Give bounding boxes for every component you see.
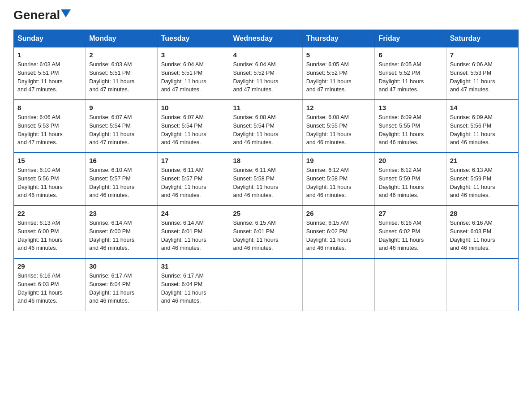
day-number: 8 bbox=[17, 104, 82, 111]
calendar-day-cell: 14 Sunrise: 6:09 AM Sunset: 5:56 PM Dayl… bbox=[446, 100, 518, 153]
day-info: Sunrise: 6:11 AM Sunset: 5:57 PM Dayligh… bbox=[161, 166, 226, 200]
day-info: Sunrise: 6:05 AM Sunset: 5:52 PM Dayligh… bbox=[306, 60, 371, 94]
calendar-day-cell: 20 Sunrise: 6:12 AM Sunset: 5:59 PM Dayl… bbox=[375, 153, 446, 206]
calendar-day-cell: 22 Sunrise: 6:13 AM Sunset: 6:00 PM Dayl… bbox=[14, 206, 86, 258]
day-info: Sunrise: 6:08 AM Sunset: 5:55 PM Dayligh… bbox=[306, 113, 371, 147]
day-number: 2 bbox=[89, 51, 153, 59]
col-header-friday: Friday bbox=[375, 30, 446, 47]
day-number: 3 bbox=[161, 51, 226, 59]
day-info: Sunrise: 6:16 AM Sunset: 6:02 PM Dayligh… bbox=[378, 219, 442, 253]
day-info: Sunrise: 6:04 AM Sunset: 5:51 PM Dayligh… bbox=[161, 60, 226, 94]
calendar-day-cell: 5 Sunrise: 6:05 AM Sunset: 5:52 PM Dayli… bbox=[302, 47, 375, 100]
day-number: 9 bbox=[89, 104, 153, 111]
day-number: 5 bbox=[306, 51, 371, 59]
day-info: Sunrise: 6:06 AM Sunset: 5:53 PM Dayligh… bbox=[450, 60, 515, 94]
day-info: Sunrise: 6:12 AM Sunset: 5:59 PM Dayligh… bbox=[378, 166, 442, 200]
day-number: 12 bbox=[306, 104, 371, 111]
day-info: Sunrise: 6:14 AM Sunset: 6:00 PM Dayligh… bbox=[89, 219, 153, 253]
day-number: 16 bbox=[89, 157, 153, 164]
day-info: Sunrise: 6:14 AM Sunset: 6:01 PM Dayligh… bbox=[161, 219, 226, 253]
day-number: 29 bbox=[17, 262, 82, 270]
day-info: Sunrise: 6:12 AM Sunset: 5:58 PM Dayligh… bbox=[306, 166, 371, 200]
calendar-day-cell: 3 Sunrise: 6:04 AM Sunset: 5:51 PM Dayli… bbox=[157, 47, 229, 100]
calendar-day-cell bbox=[229, 258, 302, 311]
calendar-day-cell: 27 Sunrise: 6:16 AM Sunset: 6:02 PM Dayl… bbox=[375, 206, 446, 258]
calendar-day-cell: 30 Sunrise: 6:17 AM Sunset: 6:04 PM Dayl… bbox=[86, 258, 157, 311]
logo: General bbox=[13, 9, 71, 21]
calendar-day-cell: 28 Sunrise: 6:16 AM Sunset: 6:03 PM Dayl… bbox=[446, 206, 518, 258]
day-number: 11 bbox=[233, 104, 298, 111]
col-header-thursday: Thursday bbox=[302, 30, 375, 47]
calendar-day-cell: 17 Sunrise: 6:11 AM Sunset: 5:57 PM Dayl… bbox=[157, 153, 229, 206]
logo-text-general: General bbox=[13, 9, 60, 21]
calendar-day-cell: 29 Sunrise: 6:16 AM Sunset: 6:03 PM Dayl… bbox=[14, 258, 86, 311]
calendar-day-cell: 12 Sunrise: 6:08 AM Sunset: 5:55 PM Dayl… bbox=[302, 100, 375, 153]
day-number: 31 bbox=[161, 262, 226, 270]
calendar-day-cell: 19 Sunrise: 6:12 AM Sunset: 5:58 PM Dayl… bbox=[302, 153, 375, 206]
calendar-day-cell: 25 Sunrise: 6:15 AM Sunset: 6:01 PM Dayl… bbox=[229, 206, 302, 258]
calendar-table: SundayMondayTuesdayWednesdayThursdayFrid… bbox=[13, 30, 519, 311]
col-header-saturday: Saturday bbox=[446, 30, 518, 47]
day-info: Sunrise: 6:07 AM Sunset: 5:54 PM Dayligh… bbox=[161, 113, 226, 147]
calendar-header-row: SundayMondayTuesdayWednesdayThursdayFrid… bbox=[14, 30, 519, 47]
day-info: Sunrise: 6:05 AM Sunset: 5:52 PM Dayligh… bbox=[378, 60, 442, 94]
day-number: 19 bbox=[306, 157, 371, 164]
calendar-day-cell: 10 Sunrise: 6:07 AM Sunset: 5:54 PM Dayl… bbox=[157, 100, 229, 153]
calendar-day-cell: 6 Sunrise: 6:05 AM Sunset: 5:52 PM Dayli… bbox=[375, 47, 446, 100]
calendar-day-cell bbox=[446, 258, 518, 311]
day-number: 1 bbox=[17, 51, 82, 59]
day-info: Sunrise: 6:10 AM Sunset: 5:57 PM Dayligh… bbox=[89, 166, 153, 200]
day-info: Sunrise: 6:04 AM Sunset: 5:52 PM Dayligh… bbox=[233, 60, 298, 94]
day-info: Sunrise: 6:17 AM Sunset: 6:04 PM Dayligh… bbox=[161, 272, 226, 305]
day-number: 4 bbox=[233, 51, 298, 59]
col-header-wednesday: Wednesday bbox=[229, 30, 302, 47]
day-info: Sunrise: 6:09 AM Sunset: 5:55 PM Dayligh… bbox=[378, 113, 442, 147]
day-number: 14 bbox=[450, 104, 515, 111]
calendar-week-row: 29 Sunrise: 6:16 AM Sunset: 6:03 PM Dayl… bbox=[14, 258, 519, 311]
day-info: Sunrise: 6:03 AM Sunset: 5:51 PM Dayligh… bbox=[89, 60, 153, 94]
calendar-week-row: 8 Sunrise: 6:06 AM Sunset: 5:53 PM Dayli… bbox=[14, 100, 519, 153]
calendar-day-cell: 11 Sunrise: 6:08 AM Sunset: 5:54 PM Dayl… bbox=[229, 100, 302, 153]
svg-marker-0 bbox=[61, 9, 71, 17]
day-number: 21 bbox=[450, 157, 515, 164]
calendar-week-row: 1 Sunrise: 6:03 AM Sunset: 5:51 PM Dayli… bbox=[14, 47, 519, 100]
calendar-day-cell: 9 Sunrise: 6:07 AM Sunset: 5:54 PM Dayli… bbox=[86, 100, 157, 153]
day-info: Sunrise: 6:13 AM Sunset: 5:59 PM Dayligh… bbox=[450, 166, 515, 200]
day-info: Sunrise: 6:06 AM Sunset: 5:53 PM Dayligh… bbox=[17, 113, 82, 147]
day-number: 23 bbox=[89, 210, 153, 217]
calendar-day-cell: 24 Sunrise: 6:14 AM Sunset: 6:01 PM Dayl… bbox=[157, 206, 229, 258]
page-header: General bbox=[13, 9, 519, 21]
logo-arrow-icon bbox=[61, 9, 71, 18]
calendar-day-cell: 16 Sunrise: 6:10 AM Sunset: 5:57 PM Dayl… bbox=[86, 153, 157, 206]
calendar-day-cell: 7 Sunrise: 6:06 AM Sunset: 5:53 PM Dayli… bbox=[446, 47, 518, 100]
day-number: 10 bbox=[161, 104, 226, 111]
day-info: Sunrise: 6:07 AM Sunset: 5:54 PM Dayligh… bbox=[89, 113, 153, 147]
day-info: Sunrise: 6:17 AM Sunset: 6:04 PM Dayligh… bbox=[89, 272, 153, 305]
day-number: 24 bbox=[161, 210, 226, 217]
day-number: 17 bbox=[161, 157, 226, 164]
day-number: 18 bbox=[233, 157, 298, 164]
calendar-day-cell: 4 Sunrise: 6:04 AM Sunset: 5:52 PM Dayli… bbox=[229, 47, 302, 100]
day-info: Sunrise: 6:03 AM Sunset: 5:51 PM Dayligh… bbox=[17, 60, 82, 94]
day-info: Sunrise: 6:08 AM Sunset: 5:54 PM Dayligh… bbox=[233, 113, 298, 147]
calendar-day-cell: 26 Sunrise: 6:15 AM Sunset: 6:02 PM Dayl… bbox=[302, 206, 375, 258]
day-info: Sunrise: 6:09 AM Sunset: 5:56 PM Dayligh… bbox=[450, 113, 515, 147]
calendar-day-cell: 21 Sunrise: 6:13 AM Sunset: 5:59 PM Dayl… bbox=[446, 153, 518, 206]
calendar-day-cell: 18 Sunrise: 6:11 AM Sunset: 5:58 PM Dayl… bbox=[229, 153, 302, 206]
calendar-week-row: 22 Sunrise: 6:13 AM Sunset: 6:00 PM Dayl… bbox=[14, 206, 519, 258]
col-header-tuesday: Tuesday bbox=[157, 30, 229, 47]
day-number: 27 bbox=[378, 210, 442, 217]
col-header-monday: Monday bbox=[86, 30, 157, 47]
day-info: Sunrise: 6:15 AM Sunset: 6:01 PM Dayligh… bbox=[233, 219, 298, 253]
calendar-day-cell: 13 Sunrise: 6:09 AM Sunset: 5:55 PM Dayl… bbox=[375, 100, 446, 153]
day-info: Sunrise: 6:15 AM Sunset: 6:02 PM Dayligh… bbox=[306, 219, 371, 253]
day-info: Sunrise: 6:16 AM Sunset: 6:03 PM Dayligh… bbox=[450, 219, 515, 253]
calendar-day-cell: 31 Sunrise: 6:17 AM Sunset: 6:04 PM Dayl… bbox=[157, 258, 229, 311]
day-number: 15 bbox=[17, 157, 82, 164]
calendar-day-cell bbox=[302, 258, 375, 311]
day-info: Sunrise: 6:16 AM Sunset: 6:03 PM Dayligh… bbox=[17, 272, 82, 305]
calendar-day-cell: 15 Sunrise: 6:10 AM Sunset: 5:56 PM Dayl… bbox=[14, 153, 86, 206]
calendar-day-cell: 23 Sunrise: 6:14 AM Sunset: 6:00 PM Dayl… bbox=[86, 206, 157, 258]
day-info: Sunrise: 6:13 AM Sunset: 6:00 PM Dayligh… bbox=[17, 219, 82, 253]
day-number: 13 bbox=[378, 104, 442, 111]
